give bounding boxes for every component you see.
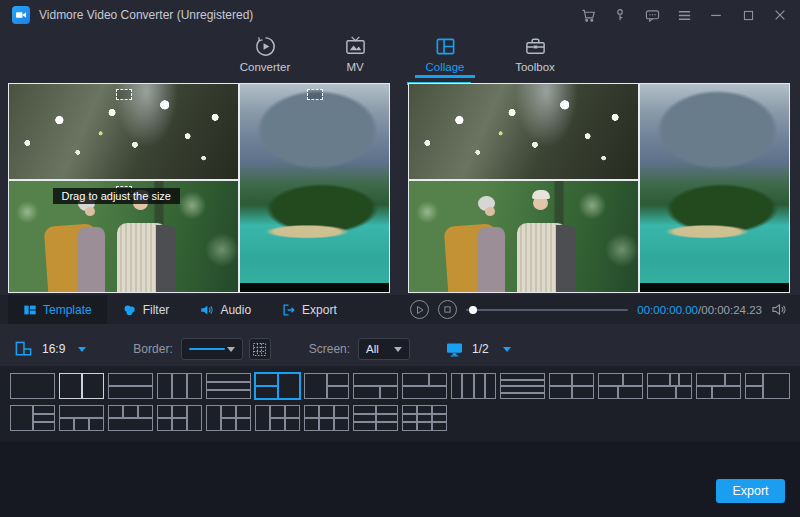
- template-cell: [429, 373, 447, 386]
- border-color-button[interactable]: [249, 338, 271, 360]
- play-button[interactable]: [410, 300, 429, 319]
- drag-handle-icon[interactable]: [307, 89, 323, 100]
- template-option[interactable]: [402, 373, 447, 399]
- editor-tile-mountain[interactable]: [239, 83, 390, 293]
- maximize-button[interactable]: [740, 7, 756, 23]
- tab-filter-label: Filter: [143, 303, 170, 317]
- drag-handle-icon[interactable]: [116, 89, 132, 100]
- template-option[interactable]: [598, 373, 643, 399]
- template-cell: [255, 405, 270, 431]
- template-option[interactable]: [10, 405, 55, 431]
- menu-icon[interactable]: [676, 7, 692, 23]
- titlebar: Vidmore Video Converter (Unregistered): [0, 0, 800, 30]
- screen-dropdown[interactable]: All: [358, 338, 410, 360]
- tab-toolbox[interactable]: Toolbox: [499, 30, 571, 78]
- template-cell: [549, 373, 572, 386]
- tab-mv[interactable]: MV: [319, 30, 391, 78]
- template-cell: [353, 414, 376, 423]
- mv-icon: [344, 35, 367, 58]
- template-option[interactable]: [304, 405, 349, 431]
- template-cell: [327, 373, 350, 386]
- template-cell: [763, 373, 790, 399]
- figure-shape: [485, 207, 495, 216]
- volume-icon[interactable]: [771, 302, 788, 317]
- template-cell: [353, 422, 376, 431]
- tab-collage-label: Collage: [426, 61, 465, 73]
- template-option[interactable]: [255, 405, 300, 431]
- template-option[interactable]: [745, 373, 790, 399]
- template-option[interactable]: [402, 405, 447, 431]
- template-cell: [206, 382, 251, 391]
- template-cell: [549, 386, 572, 399]
- template-cell: [108, 373, 153, 386]
- template-option[interactable]: [451, 373, 496, 399]
- template-cell: [255, 386, 278, 399]
- app-logo-icon: [12, 6, 30, 24]
- cart-icon[interactable]: [580, 7, 596, 23]
- template-option[interactable]: [549, 373, 594, 399]
- figure-shape: [78, 227, 105, 292]
- template-cell: [33, 414, 56, 423]
- tab-export-panel-label: Export: [302, 303, 337, 317]
- template-option[interactable]: [696, 373, 741, 399]
- template-option[interactable]: [10, 373, 55, 399]
- tab-template[interactable]: Template: [8, 295, 107, 324]
- seek-slider[interactable]: [466, 304, 628, 316]
- template-cell: [402, 414, 417, 423]
- template-cell: [647, 386, 676, 399]
- feedback-icon[interactable]: [644, 7, 660, 23]
- template-cell: [327, 386, 350, 399]
- page-dropdown-arrow[interactable]: [503, 347, 511, 352]
- stop-button[interactable]: [438, 300, 457, 319]
- template-option[interactable]: [157, 405, 202, 431]
- tab-filter[interactable]: Filter: [107, 295, 185, 324]
- aspect-ratio-dropdown-arrow[interactable]: [78, 347, 86, 352]
- template-option[interactable]: [647, 373, 692, 399]
- template-cell: [376, 414, 399, 423]
- export-button[interactable]: Export: [716, 479, 785, 503]
- minimize-button[interactable]: [708, 7, 724, 23]
- template-cell: [278, 373, 301, 399]
- template-option[interactable]: [59, 405, 104, 431]
- template-option[interactable]: [206, 405, 251, 431]
- template-option[interactable]: [353, 373, 398, 399]
- template-option[interactable]: [206, 373, 251, 399]
- template-cell: [432, 405, 447, 414]
- editor-tile-daisies[interactable]: [8, 83, 239, 180]
- editor-tile-couple[interactable]: Drag to adjust the size: [8, 180, 239, 293]
- aspect-ratio-icon: [14, 340, 33, 359]
- template-cell: [304, 405, 319, 418]
- template-option[interactable]: [304, 373, 349, 399]
- tab-audio[interactable]: Audio: [184, 295, 266, 324]
- template-option[interactable]: [353, 405, 398, 431]
- template-cell: [598, 373, 623, 386]
- template-option[interactable]: [108, 405, 153, 431]
- template-option-selected[interactable]: [255, 373, 300, 399]
- play-icon: [416, 306, 424, 314]
- screen-value: All: [366, 343, 379, 355]
- template-cell: [417, 405, 432, 414]
- preview-tile-daisies: [408, 83, 639, 180]
- drag-tooltip: Drag to adjust the size: [53, 188, 180, 204]
- tab-collage[interactable]: Collage: [409, 30, 481, 78]
- seek-track: [466, 309, 628, 311]
- output-preview: [408, 83, 790, 293]
- template-option[interactable]: [59, 373, 104, 399]
- template-cell: [206, 373, 251, 382]
- template-cell: [206, 390, 251, 399]
- template-option[interactable]: [108, 373, 153, 399]
- template-cell: [187, 405, 202, 431]
- toolbox-icon: [524, 35, 547, 58]
- close-button[interactable]: [772, 7, 788, 23]
- seek-knob[interactable]: [469, 306, 477, 314]
- template-option[interactable]: [500, 373, 545, 399]
- border-style-dropdown[interactable]: [181, 338, 243, 360]
- filter-icon: [122, 303, 137, 317]
- register-key-icon[interactable]: [612, 7, 628, 23]
- tab-converter[interactable]: Converter: [229, 30, 301, 78]
- template-cell: [402, 373, 429, 386]
- template-option[interactable]: [157, 373, 202, 399]
- tab-export-panel[interactable]: Export: [266, 295, 352, 324]
- template-cell: [334, 418, 349, 431]
- figure-shape: [478, 227, 505, 292]
